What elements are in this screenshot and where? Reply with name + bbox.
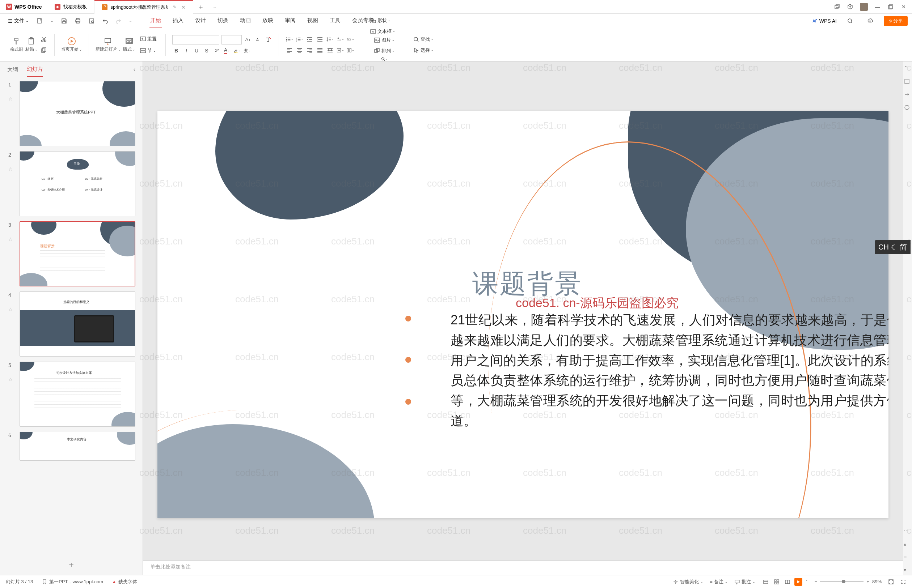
menu-tab-view[interactable]: 视图 — [306, 14, 319, 27]
sorter-view-icon[interactable] — [773, 578, 781, 586]
notes-toggle[interactable]: ≡ 备注 ⌄ — [710, 578, 728, 585]
arrange-button[interactable]: 排列 ⌄ — [372, 47, 397, 55]
slide-body-text[interactable]: 21世纪以来，随着科学技术的飞速发展，人们对信息的要求越来越高，于是传统的信息技… — [450, 310, 888, 431]
zoom-slider[interactable] — [820, 581, 863, 582]
star-icon[interactable]: ☆ — [8, 377, 15, 382]
tab-menu-button[interactable]: ⌄ — [209, 4, 221, 10]
close-window-icon[interactable]: ✕ — [901, 3, 907, 10]
shape-button[interactable]: 形状 ⌄ — [368, 16, 397, 25]
wps-ai-button[interactable]: WPS AI — [812, 18, 837, 24]
slideshow-view-icon[interactable] — [794, 578, 802, 586]
textbox-button[interactable]: A文本框 ⌄ — [368, 27, 397, 36]
print-preview-icon[interactable] — [86, 16, 98, 26]
increase-font-icon[interactable]: A+ — [244, 36, 252, 44]
menu-tab-start[interactable]: 开始 — [149, 14, 162, 27]
vertical-align-icon[interactable]: ⌄ — [336, 46, 344, 54]
thumbnail-6[interactable]: 本文研究内容 — [19, 432, 135, 461]
superscript-icon[interactable]: X² — [213, 47, 221, 55]
distribute-h-icon[interactable] — [326, 46, 334, 54]
thumbnail-4[interactable]: 选题的目的和意义 — [19, 291, 135, 357]
print-icon[interactable] — [72, 16, 84, 26]
align-center-icon[interactable] — [296, 46, 304, 54]
thumbnail-1[interactable]: 大棚蔬菜管理系统PPT — [19, 81, 135, 146]
select-button[interactable]: 选择 ⌄ — [411, 46, 436, 55]
expand-icon[interactable] — [901, 579, 906, 585]
more-tools-icon[interactable]: ⋯ — [904, 528, 912, 536]
ime-indicator[interactable]: CH ☾ 简 — [875, 240, 910, 254]
share-button[interactable]: ⎋ 分享 — [884, 16, 908, 26]
search-icon[interactable] — [844, 16, 856, 26]
comments-toggle[interactable]: 批注 ⌄ — [734, 578, 755, 585]
file-menu[interactable]: ☰ 文件 ⌄ — [4, 16, 32, 26]
columns-icon[interactable]: ⌄ — [346, 46, 354, 54]
cloud-sync-icon[interactable] — [863, 15, 876, 27]
zoom-in-button[interactable]: + — [867, 579, 869, 585]
decrease-font-icon[interactable]: A- — [254, 36, 262, 44]
panel-tab-outline[interactable]: 大纲 — [7, 63, 18, 77]
current-slide[interactable]: 课题背景 code51. cn-源码乐园盗图必究 21世纪以来，随着科学技术的飞… — [157, 111, 888, 518]
font-color-icon[interactable]: A ⌄ — [223, 47, 231, 55]
star-icon[interactable]: ☆ — [8, 96, 15, 102]
add-tab-button[interactable]: ＋ — [193, 3, 209, 11]
slide-indicator[interactable]: 幻灯片 3 / 13 — [6, 578, 33, 585]
animation-pane-icon[interactable] — [904, 91, 912, 99]
star-icon[interactable]: ☆ — [8, 236, 15, 242]
italic-icon[interactable]: I — [182, 47, 190, 55]
thumbnail-list[interactable]: 1 ☆ 大棚蔬菜管理系统PPT 2 ☆ — [0, 78, 143, 554]
layout-button[interactable]: 版式 ⌄ — [123, 37, 135, 52]
increase-indent-icon[interactable] — [316, 36, 324, 44]
cut-icon[interactable] — [40, 36, 48, 44]
open-icon[interactable]: ⌄ — [47, 16, 57, 25]
underline-icon[interactable]: U — [193, 47, 201, 55]
copy-icon[interactable] — [40, 46, 48, 54]
avatar-icon[interactable] — [860, 3, 868, 11]
highlight-icon[interactable]: ⌄ — [233, 47, 241, 55]
caret-up-icon[interactable]: ⌃ — [904, 65, 912, 73]
zoom-percent[interactable]: 89% — [872, 579, 881, 585]
smart-beautify-button[interactable]: 智能美化 ⌄ — [673, 578, 703, 585]
strikethrough-icon[interactable]: S — [202, 47, 211, 55]
text-effects-icon[interactable]: 变 ⌄ — [243, 47, 251, 55]
clear-format-icon[interactable] — [264, 36, 272, 44]
scroll-down-icon[interactable]: ▾ — [904, 567, 912, 575]
decrease-indent-icon[interactable] — [306, 36, 314, 44]
tab-document[interactable]: P springboot大棚蔬菜管理系纟 ✎ ✕ — [94, 0, 193, 14]
numbering-icon[interactable]: 123⌄ — [296, 36, 304, 44]
scroll-handle-icon[interactable]: ≡ — [904, 554, 912, 562]
new-slide-button[interactable]: 新建幻灯片 ⌄ — [96, 37, 121, 52]
redo-icon[interactable] — [113, 16, 125, 26]
cube-icon[interactable] — [847, 3, 854, 10]
missing-font-warning[interactable]: ▲ 缺失字体 — [112, 578, 137, 585]
format-brush-button[interactable]: 格式刷 — [10, 37, 23, 52]
template-source[interactable]: 第一PPT，www.1ppt.com — [42, 578, 103, 585]
menu-tab-review[interactable]: 审阅 — [284, 14, 296, 27]
normal-view-icon[interactable] — [762, 578, 770, 586]
add-slide-button[interactable]: ＋ — [67, 559, 75, 570]
app-logo[interactable]: W WPS Office — [0, 3, 47, 10]
reading-view-icon[interactable] — [784, 578, 792, 586]
bold-icon[interactable]: B — [172, 47, 180, 55]
close-icon[interactable]: ✕ — [181, 4, 186, 10]
slide-canvas[interactable]: 课题背景 code51. cn-源码乐园盗图必究 21世纪以来，随着科学技术的飞… — [143, 61, 903, 561]
thumbnail-3[interactable]: 课题背景 — [19, 221, 135, 286]
align-justify-icon[interactable] — [316, 46, 324, 54]
star-icon[interactable]: ☆ — [8, 307, 15, 312]
undo-icon[interactable] — [99, 16, 112, 26]
thumbnail-2[interactable]: 目录 01 · 概 述 03 · 系统分析 02 · 关键技术介绍 04 · 系… — [19, 151, 135, 216]
scroll-up-icon[interactable]: ▴ — [904, 541, 912, 549]
menu-tab-animation[interactable]: 动画 — [239, 14, 251, 27]
paste-button[interactable]: 粘贴 ⌄ — [25, 37, 38, 52]
char-spacing-icon[interactable]: AV⌄ — [346, 36, 354, 44]
properties-icon[interactable] — [904, 78, 912, 86]
reset-button[interactable]: 重置 — [138, 35, 159, 44]
menu-dropdown-icon[interactable]: ⌄ — [126, 16, 135, 25]
menu-tab-design[interactable]: 设计 — [194, 14, 207, 27]
menu-tab-slideshow[interactable]: 放映 — [262, 14, 274, 27]
collapse-panel-icon[interactable]: ‹ — [134, 66, 135, 73]
palette-icon[interactable] — [904, 104, 912, 112]
menu-tab-transition[interactable]: 切换 — [217, 14, 229, 27]
maximize-icon[interactable] — [888, 3, 894, 10]
window-copy-icon[interactable] — [834, 3, 840, 10]
save-icon[interactable] — [58, 16, 70, 26]
new-doc-icon[interactable] — [34, 16, 46, 26]
